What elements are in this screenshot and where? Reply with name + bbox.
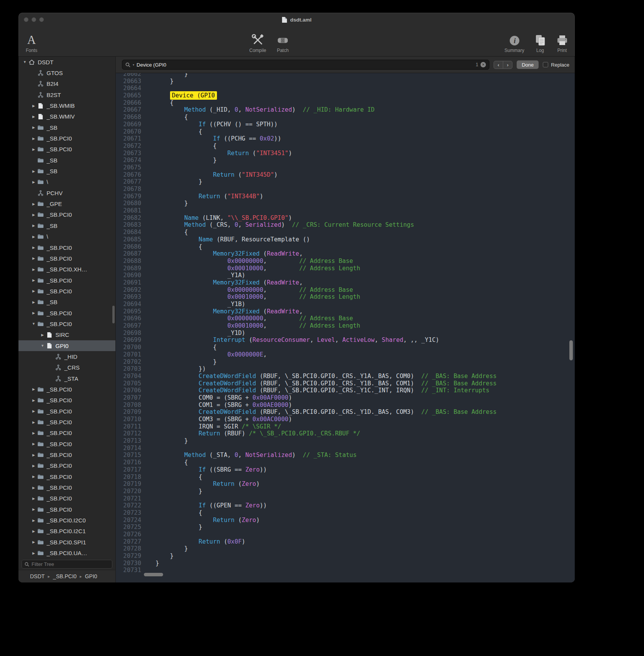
filter-tree-input[interactable]: Filter Tree (22, 560, 112, 569)
clear-search-icon[interactable]: ✕ (480, 62, 486, 67)
disclosure-closed-icon[interactable]: ▶ (31, 104, 37, 108)
tree-item[interactable]: PCHV (18, 187, 115, 198)
tree-item[interactable]: ▶_SB (18, 297, 115, 308)
disclosure-closed-icon[interactable]: ▶ (31, 464, 37, 468)
tree-item[interactable]: ▶_SB.PCI0 (18, 253, 115, 264)
disclosure-closed-icon[interactable]: ▶ (31, 235, 37, 239)
tree-item[interactable]: ▶_SB (18, 166, 115, 176)
disclosure-closed-icon[interactable]: ▶ (31, 278, 37, 282)
sidebar-scrollbar[interactable] (112, 306, 115, 323)
disclosure-closed-icon[interactable]: ▶ (31, 409, 37, 413)
tree-item[interactable]: ▶\ (18, 231, 115, 242)
disclosure-closed-icon[interactable]: ▶ (31, 420, 37, 424)
tree-item[interactable]: ▶_SB.PCI0 (18, 504, 115, 515)
tree-item[interactable]: ▶_SB (18, 220, 115, 231)
tree-item[interactable]: B2I4 (18, 79, 115, 89)
tree-item[interactable]: ▶_SB.PCI0 (18, 482, 115, 493)
disclosure-closed-icon[interactable]: ▶ (31, 551, 37, 555)
disclosure-closed-icon[interactable]: ▶ (31, 246, 37, 249)
summary-button[interactable]: i Summary (502, 28, 526, 53)
tree-item[interactable]: ▶_SB.PCI0 (18, 384, 115, 395)
disclosure-open-icon[interactable]: ▼ (40, 344, 45, 348)
disclosure-closed-icon[interactable]: ▶ (31, 475, 37, 479)
breadcrumb-item[interactable]: GPI0 (85, 573, 97, 579)
disclosure-closed-icon[interactable]: ▶ (31, 519, 37, 522)
tree-item[interactable]: ▶_SB.PCI0 (18, 460, 115, 471)
breadcrumb-item[interactable]: DSDT (30, 573, 45, 579)
disclosure-open-icon[interactable]: ▼ (22, 60, 28, 64)
tree-item[interactable]: ▶_SB.PCI0.I2C1 (18, 526, 115, 537)
compile-button[interactable]: Compile (246, 28, 269, 53)
disclosure-closed-icon[interactable]: ▶ (31, 180, 37, 184)
tree-item[interactable]: ▶_SB.PCI0 (18, 417, 115, 427)
tree-item[interactable]: ▶_SB.PCI0.UA… (18, 547, 115, 558)
disclosure-closed-icon[interactable]: ▶ (31, 289, 37, 293)
tree-item[interactable]: ▶_SB.PCI0 (18, 144, 115, 155)
disclosure-closed-icon[interactable]: ▶ (31, 507, 37, 511)
disclosure-closed-icon[interactable]: ▶ (31, 311, 37, 315)
disclosure-closed-icon[interactable]: ▶ (31, 442, 37, 446)
disclosure-closed-icon[interactable]: ▶ (31, 453, 37, 457)
tree-item[interactable]: ▶SIRC (18, 330, 115, 340)
find-input[interactable]: ▾ Device (GPI0 1 ✕ (122, 60, 489, 70)
tree-item[interactable]: ▼_SB.PCI0 (18, 318, 115, 329)
tree-item[interactable]: _HID (18, 351, 115, 362)
tree-item[interactable]: ▶_SB.PCI0 (18, 395, 115, 406)
tree-item[interactable]: ▶_SB.PCI0 (18, 406, 115, 417)
disclosure-closed-icon[interactable]: ▶ (31, 213, 37, 217)
disclosure-closed-icon[interactable]: ▶ (31, 126, 37, 129)
fonts-button[interactable]: A Fonts (23, 28, 40, 53)
tree-item[interactable]: ▶\ (18, 177, 115, 187)
print-button[interactable]: Print (554, 28, 570, 53)
tree-item[interactable]: ▶_SB.WMIV (18, 111, 115, 122)
tree-item[interactable]: ▶_SB.PCI0 (18, 438, 115, 449)
disclosure-closed-icon[interactable]: ▶ (31, 540, 37, 544)
code-editor[interactable]: 20662 }20663 }2066420665 Device (GPI0206… (116, 73, 575, 582)
done-button[interactable]: Done (517, 60, 539, 69)
tree-item[interactable]: ▶_SB.WMIB (18, 100, 115, 111)
tree-item[interactable]: ▶_SB.PCI0 (18, 209, 115, 220)
horizontal-scrollbar[interactable] (144, 573, 163, 576)
tree-item[interactable]: ▶_SB (18, 122, 115, 133)
tree-item[interactable]: ▶_SB.PCI0.SPI1 (18, 537, 115, 547)
tree-item[interactable]: ▶_SB.PCI0 (18, 275, 115, 286)
disclosure-closed-icon[interactable]: ▶ (31, 115, 37, 119)
find-next-button[interactable]: › (503, 61, 512, 69)
disclosure-closed-icon[interactable]: ▶ (31, 486, 37, 490)
disclosure-closed-icon[interactable]: ▶ (31, 256, 37, 260)
disclosure-closed-icon[interactable]: ▶ (31, 169, 37, 173)
search-menu-chevron-icon[interactable]: ▾ (133, 63, 134, 67)
find-previous-button[interactable]: ‹ (494, 61, 503, 69)
replace-checkbox[interactable] (543, 62, 548, 67)
tree-item[interactable]: ▼DSDT (18, 57, 115, 67)
tree-item[interactable]: ▶_SB.PCI0 (18, 471, 115, 482)
tree-item[interactable]: _STA (18, 373, 115, 384)
breadcrumb-item[interactable]: _SB.PCI0 (53, 573, 77, 579)
disclosure-closed-icon[interactable]: ▶ (31, 202, 37, 206)
tree-item[interactable]: ▶_GPE (18, 198, 115, 209)
disclosure-closed-icon[interactable]: ▶ (40, 333, 45, 337)
tree-item[interactable]: GTOS (18, 67, 115, 78)
tree-item[interactable]: B2ST (18, 89, 115, 100)
disclosure-closed-icon[interactable]: ▶ (31, 398, 37, 402)
tree-item[interactable]: ▶_SB.PCI0 (18, 493, 115, 504)
disclosure-closed-icon[interactable]: ▶ (31, 497, 37, 500)
disclosure-closed-icon[interactable]: ▶ (31, 300, 37, 304)
disclosure-closed-icon[interactable]: ▶ (31, 224, 37, 228)
disclosure-open-icon[interactable]: ▼ (31, 322, 37, 326)
disclosure-closed-icon[interactable]: ▶ (31, 529, 37, 533)
tree-item[interactable]: ▶_SB.PCI0.I2C0 (18, 515, 115, 525)
tree-item[interactable]: ▶_SB.PCI0 (18, 242, 115, 253)
tree-item[interactable]: ▶_SB.PCI0 (18, 308, 115, 318)
tree-item[interactable]: ▶_SB.PCI0 (18, 428, 115, 438)
disclosure-closed-icon[interactable]: ▶ (31, 268, 37, 271)
disclosure-closed-icon[interactable]: ▶ (31, 147, 37, 151)
tree-item[interactable]: _CRS (18, 362, 115, 373)
log-button[interactable]: Log (532, 28, 548, 53)
disclosure-closed-icon[interactable]: ▶ (31, 137, 37, 141)
tree-item[interactable]: ▼GPI0 (18, 340, 115, 351)
tree-item[interactable]: ▶_SB.PCI0 (18, 449, 115, 460)
tree-item[interactable]: ▶_SB.PCI0 (18, 133, 115, 144)
disclosure-closed-icon[interactable]: ▶ (31, 431, 37, 435)
tree-item[interactable]: ▶_SB.PCI0 (18, 286, 115, 296)
